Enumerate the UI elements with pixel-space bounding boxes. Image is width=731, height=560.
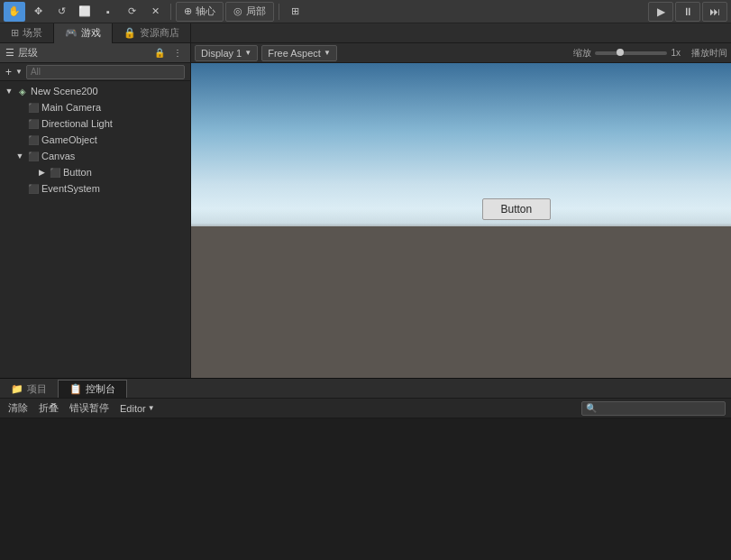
playback-label: 播放时间 xyxy=(691,47,727,60)
scale-label: 缩放 xyxy=(573,47,591,60)
scene-name: New Scene200 xyxy=(31,86,98,96)
main-area: ☰ 层级 🔒 ⋮ + ▼ ▼ ◈ New Scene200 ▶ ⬛ Main C… xyxy=(0,43,731,378)
go-label: GameObject xyxy=(41,134,97,145)
tab-game-label: 游戏 xyxy=(81,26,101,40)
console-tab-label: 控制台 xyxy=(86,382,115,396)
layers-icon: ☰ xyxy=(5,47,14,59)
hierarchy-item-gameobject[interactable]: ▶ ⬛ GameObject xyxy=(0,132,190,148)
tab-scene[interactable]: ⊞ 场景 xyxy=(0,23,54,43)
hierarchy-tree: ▼ ◈ New Scene200 ▶ ⬛ Main Camera ▶ ⬛ Dir… xyxy=(0,81,190,378)
ground xyxy=(191,226,731,378)
tab-project[interactable]: 📁 项目 xyxy=(0,380,58,398)
editor-label: Editor xyxy=(120,403,146,414)
play-button[interactable]: ▶ xyxy=(648,2,673,22)
separator-2 xyxy=(279,4,279,20)
error-pause-button[interactable]: 错误暂停 xyxy=(67,400,112,417)
scale-slider[interactable] xyxy=(595,51,667,55)
project-icon: 📁 xyxy=(11,383,23,395)
tool-scale[interactable]: ⬜ xyxy=(74,2,96,22)
game-canvas: Button xyxy=(191,63,731,378)
bottom-panel: 📁 项目 📋 控制台 清除 折叠 错误暂停 Editor ▼ 🔍 xyxy=(0,378,731,540)
store-icon: 🔒 xyxy=(123,27,136,39)
scale-thumb xyxy=(617,49,624,56)
console-content xyxy=(0,418,731,540)
local-button[interactable]: ◎ 局部 xyxy=(225,2,274,22)
hierarchy-header: ☰ 层级 🔒 ⋮ xyxy=(0,43,190,63)
game-ui-button[interactable]: Button xyxy=(482,198,552,220)
tool-transform[interactable]: ⟳ xyxy=(121,2,142,22)
editor-dropdown[interactable]: Editor ▼ xyxy=(117,400,158,417)
tab-game[interactable]: 🎮 游戏 xyxy=(54,23,113,43)
go-icon: ⬛ xyxy=(27,133,40,146)
hierarchy-item-canvas[interactable]: ▼ ⬛ Canvas xyxy=(0,148,190,164)
console-icon: 📋 xyxy=(69,383,82,395)
scene-icon: ⊞ xyxy=(11,27,19,39)
bottom-tabs: 📁 项目 📋 控制台 xyxy=(0,379,731,399)
more-button[interactable]: ⋮ xyxy=(170,46,185,60)
display-dropdown[interactable]: Display 1 ▼ xyxy=(195,45,258,61)
canvas-label: Canvas xyxy=(41,151,75,161)
console-search: 🔍 xyxy=(581,401,726,416)
search-icon: 🔍 xyxy=(586,403,597,413)
game-view-toolbar: Display 1 ▼ Free Aspect ▼ 缩放 1x 播放时间 xyxy=(191,43,731,63)
camera-label: Main Camera xyxy=(41,102,101,113)
tool-custom[interactable]: ✕ xyxy=(144,2,166,22)
camera-icon: ⬛ xyxy=(27,101,40,114)
hierarchy-search-input[interactable] xyxy=(26,65,185,79)
tool-rotate[interactable]: ↺ xyxy=(50,2,72,22)
panel-header-icons: 🔒 ⋮ xyxy=(152,46,185,60)
evtsys-icon: ⬛ xyxy=(27,182,40,195)
pause-button[interactable]: ⏸ xyxy=(675,2,700,22)
light-label: Directional Light xyxy=(41,118,113,129)
hierarchy-item-button[interactable]: ▶ ⬛ Button xyxy=(0,164,190,180)
game-icon: 🎮 xyxy=(65,27,78,39)
canvas-arrow: ▼ xyxy=(14,151,25,161)
tool-move[interactable]: ✥ xyxy=(27,2,49,22)
btn-arrow: ▶ xyxy=(36,167,47,178)
tool-hand[interactable]: ✋ xyxy=(4,2,25,22)
aspect-dropdown[interactable]: Free Aspect ▼ xyxy=(261,45,337,61)
add-button[interactable]: + xyxy=(5,66,12,78)
grid-button[interactable]: ⊞ xyxy=(284,2,306,22)
display-label: Display 1 xyxy=(201,48,242,59)
tool-rect[interactable]: ▪ xyxy=(97,2,119,22)
aspect-arrow: ▼ xyxy=(324,49,331,57)
separator-1 xyxy=(170,4,171,20)
hierarchy-item-main-camera[interactable]: ▶ ⬛ Main Camera xyxy=(0,99,190,115)
scale-bar: 缩放 1x 播放时间 xyxy=(573,47,727,60)
hierarchy-item-eventsystem[interactable]: ▶ ⬛ EventSystem xyxy=(0,180,190,197)
top-toolbar: ✋ ✥ ↺ ⬜ ▪ ⟳ ✕ ⊕ 轴心 ◎ 局部 ⊞ ▶ ⏸ ⏭ xyxy=(0,0,731,23)
tab-store[interactable]: 🔒 资源商店 xyxy=(113,23,191,43)
light-icon: ⬛ xyxy=(27,117,40,130)
evtsys-label: EventSystem xyxy=(41,183,100,194)
hierarchy-title: 层级 xyxy=(18,46,38,60)
pivot-button[interactable]: ⊕ 轴心 xyxy=(176,2,224,22)
project-tab-label: 项目 xyxy=(27,382,47,396)
tab-scene-label: 场景 xyxy=(23,26,42,40)
clear-button[interactable]: 清除 xyxy=(5,400,31,417)
scene-icon: ◈ xyxy=(16,85,29,97)
tab-bar: ⊞ 场景 🎮 游戏 🔒 资源商店 xyxy=(0,23,731,43)
dropdown-arrow: ▼ xyxy=(15,68,23,76)
bottom-toolbar: 清除 折叠 错误暂停 Editor ▼ 🔍 xyxy=(0,399,731,418)
hierarchy-item-directional-light[interactable]: ▶ ⬛ Directional Light xyxy=(0,115,190,132)
scene-root[interactable]: ▼ ◈ New Scene200 xyxy=(0,83,190,99)
pivot-icon: ⊕ xyxy=(184,5,192,17)
step-button[interactable]: ⏭ xyxy=(702,2,727,22)
hierarchy-panel: ☰ 层级 🔒 ⋮ + ▼ ▼ ◈ New Scene200 ▶ ⬛ Main C… xyxy=(0,43,191,378)
aspect-label: Free Aspect xyxy=(268,48,321,59)
scale-value: 1x xyxy=(671,48,681,58)
lock-button[interactable]: 🔒 xyxy=(152,46,167,60)
hierarchy-search-bar: + ▼ xyxy=(0,63,190,81)
tab-store-label: 资源商店 xyxy=(140,26,179,40)
canvas-icon: ⬛ xyxy=(27,150,40,162)
tab-console[interactable]: 📋 控制台 xyxy=(58,380,127,398)
scene-arrow: ▼ xyxy=(4,86,14,96)
local-label: 局部 xyxy=(246,5,266,18)
btn-icon: ⬛ xyxy=(49,166,61,179)
local-icon: ◎ xyxy=(233,5,242,17)
editor-arrow: ▼ xyxy=(148,404,155,412)
collapse-button[interactable]: 折叠 xyxy=(36,400,61,417)
play-controls: ▶ ⏸ ⏭ xyxy=(648,2,727,22)
console-search-input[interactable] xyxy=(599,403,721,414)
